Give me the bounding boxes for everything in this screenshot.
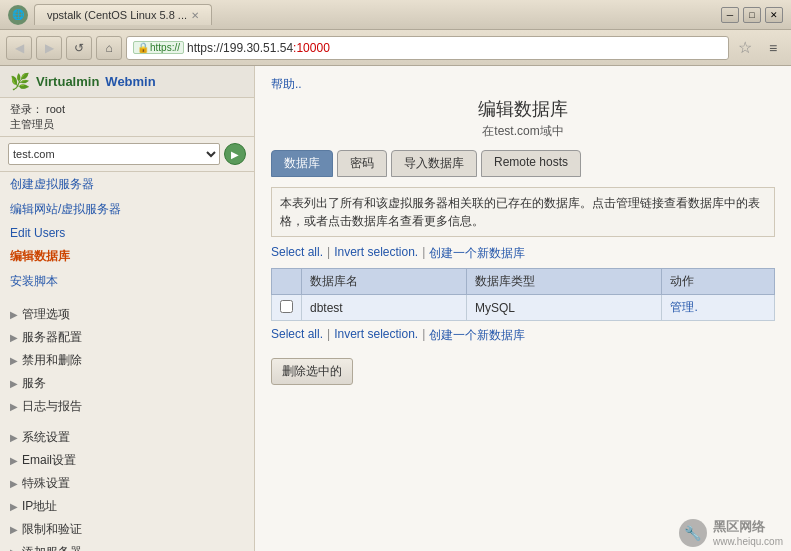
page-subtitle: 在test.com域中 — [271, 123, 775, 140]
sidebar-group-server-config-label: 服务器配置 — [22, 329, 82, 346]
sidebar-group-email-label: Email设置 — [22, 452, 76, 469]
tab-database[interactable]: 数据库 — [271, 150, 333, 177]
chevron-right-icon-2: ▶ — [10, 332, 18, 343]
sidebar-group-special-label: 特殊设置 — [22, 475, 70, 492]
domain-select[interactable]: test.com — [8, 143, 220, 165]
sidebar-group-server-config[interactable]: ▶ 服务器配置 — [0, 325, 254, 348]
lock-icon: 🔒 — [137, 42, 149, 53]
sidebar-group-ip-label: IP地址 — [22, 498, 57, 515]
watermark-footer: 🔧 黑区网络 www.heiqu.com — [679, 518, 783, 547]
tab-password[interactable]: 密码 — [337, 150, 387, 177]
sidebar-group-logs[interactable]: ▶ 日志与报告 — [0, 394, 254, 417]
watermark-icon: 🔧 — [684, 525, 701, 541]
sidebar-group-ip[interactable]: ▶ IP地址 — [0, 494, 254, 517]
table-header-row: 数据库名 数据库类型 动作 — [272, 269, 775, 295]
bookmark-btn[interactable]: ☆ — [733, 36, 757, 60]
action-sep-2: | — [422, 245, 425, 262]
description-text: 本表列出了所有和该虚拟服务器相关联的已存在的数据库。点击管理链接查看数据库中的表… — [271, 187, 775, 237]
sidebar-item-edit-db[interactable]: 编辑数据库 — [0, 244, 254, 269]
tools-btn[interactable]: ≡ — [761, 36, 785, 60]
minimize-btn[interactable]: ─ — [721, 7, 739, 23]
sidebar-group-logs-label: 日志与报告 — [22, 398, 82, 415]
username: root — [46, 103, 65, 115]
content-area: 帮助.. 编辑数据库 在test.com域中 数据库 密码 导入数据库 Remo… — [255, 66, 791, 551]
watermark-logo: 🔧 — [679, 519, 707, 547]
webmin-link[interactable]: Webmin — [105, 74, 155, 89]
table-row: dbtest MySQL 管理. — [272, 295, 775, 321]
row-checkbox[interactable] — [280, 300, 293, 313]
chevron-right-icon: ▶ — [10, 309, 18, 320]
invert-selection-link[interactable]: Invert selection. — [334, 245, 418, 262]
close-btn[interactable]: ✕ — [765, 7, 783, 23]
sidebar-item-create-virtual[interactable]: 创建虚拟服务器 — [0, 172, 254, 197]
sidebar-group-sys-label: 系统设置 — [22, 429, 70, 446]
sidebar-nav: 创建虚拟服务器 编辑网站/虚拟服务器 Edit Users 编辑数据库 安装脚本… — [0, 172, 254, 551]
action-sep-3: | — [327, 327, 330, 344]
user-role: 主管理员 — [10, 118, 54, 130]
login-label: 登录： — [10, 103, 43, 115]
sidebar-group-disable-delete[interactable]: ▶ 禁用和删除 — [0, 348, 254, 371]
database-table: 数据库名 数据库类型 动作 dbtest MySQL 管理. — [271, 268, 775, 321]
sidebar-item-edit-site[interactable]: 编辑网站/虚拟服务器 — [0, 197, 254, 222]
chevron-right-icon-5: ▶ — [10, 401, 18, 412]
sidebar-brand: Virtualmin Webmin — [36, 74, 156, 89]
sidebar-logo-icon: 🌿 — [10, 72, 30, 91]
window-controls: ─ □ ✕ — [721, 7, 783, 23]
tab-close-btn[interactable]: ✕ — [191, 10, 199, 21]
address-text: https://199.30.51.54 — [187, 41, 293, 55]
address-port: :10000 — [293, 41, 330, 55]
go-btn[interactable]: ▶ — [224, 143, 246, 165]
help-link[interactable]: 帮助.. — [271, 76, 775, 93]
sidebar-item-install-scripts[interactable]: 安装脚本 — [0, 269, 254, 294]
col-db-type: 数据库类型 — [466, 269, 661, 295]
sidebar-group-admin[interactable]: ▶ 管理选项 — [0, 302, 254, 325]
action-sep-1: | — [327, 245, 330, 262]
select-all-link[interactable]: Select all. — [271, 245, 323, 262]
chevron-right-icon-8: ▶ — [10, 478, 18, 489]
sidebar-group-limits[interactable]: ▶ 限制和验证 — [0, 517, 254, 540]
sidebar-group-services-label: 服务 — [22, 375, 46, 392]
sidebar-user-info: 登录： root 主管理员 — [0, 98, 254, 137]
watermark-site-url: www.heiqu.com — [713, 536, 783, 547]
sidebar-group-sys-settings[interactable]: ▶ 系统设置 — [0, 425, 254, 448]
invert-selection-link-2[interactable]: Invert selection. — [334, 327, 418, 344]
browser-frame: 🌐 vpstalk (CentOS Linux 5.8 ... ✕ ─ □ ✕ … — [0, 0, 791, 551]
create-db-link[interactable]: 创建一个新数据库 — [429, 245, 525, 262]
https-badge: 🔒 https:// — [133, 41, 184, 54]
manage-link[interactable]: 管理. — [670, 300, 697, 314]
chevron-right-icon-3: ▶ — [10, 355, 18, 366]
address-bar[interactable]: 🔒 https:// https://199.30.51.54:10000 — [126, 36, 729, 60]
browser-icon: 🌐 — [8, 5, 28, 25]
page-title: 编辑数据库 — [271, 97, 775, 121]
col-checkbox — [272, 269, 302, 295]
https-label: https:// — [150, 42, 180, 53]
reload-btn[interactable]: ↺ — [66, 36, 92, 60]
watermark-site-brand: 黑区网络 — [713, 518, 765, 536]
chevron-right-icon-9: ▶ — [10, 501, 18, 512]
sidebar-group-add-server[interactable]: ▶ 添加服务器 — [0, 540, 254, 551]
select-all-link-2[interactable]: Select all. — [271, 327, 323, 344]
back-btn[interactable]: ◀ — [6, 36, 32, 60]
home-btn[interactable]: ⌂ — [96, 36, 122, 60]
nav-bar: ◀ ▶ ↺ ⌂ 🔒 https:// https://199.30.51.54:… — [0, 30, 791, 66]
forward-btn[interactable]: ▶ — [36, 36, 62, 60]
sidebar-item-edit-users[interactable]: Edit Users — [0, 222, 254, 244]
tab-remote-hosts[interactable]: Remote hosts — [481, 150, 581, 177]
sidebar-group-special[interactable]: ▶ 特殊设置 — [0, 471, 254, 494]
tab-import[interactable]: 导入数据库 — [391, 150, 477, 177]
chevron-right-icon-10: ▶ — [10, 524, 18, 535]
restore-btn[interactable]: □ — [743, 7, 761, 23]
delete-selected-btn[interactable]: 删除选中的 — [271, 358, 353, 385]
sidebar-group-email[interactable]: ▶ Email设置 — [0, 448, 254, 471]
create-db-link-2[interactable]: 创建一个新数据库 — [429, 327, 525, 344]
sidebar-group-services[interactable]: ▶ 服务 — [0, 371, 254, 394]
content-tab-bar: 数据库 密码 导入数据库 Remote hosts — [271, 150, 775, 177]
col-db-name: 数据库名 — [302, 269, 467, 295]
action-bar-top: Select all. | Invert selection. | 创建一个新数… — [271, 245, 775, 262]
title-bar-left: 🌐 vpstalk (CentOS Linux 5.8 ... ✕ — [8, 4, 721, 25]
chevron-right-icon-6: ▶ — [10, 432, 18, 443]
sidebar-group-admin-label: 管理选项 — [22, 306, 70, 323]
sidebar-group-add-label: 添加服务器 — [22, 544, 82, 551]
virtualmin-link[interactable]: Virtualmin — [36, 74, 99, 89]
browser-tab[interactable]: vpstalk (CentOS Linux 5.8 ... ✕ — [34, 4, 212, 25]
